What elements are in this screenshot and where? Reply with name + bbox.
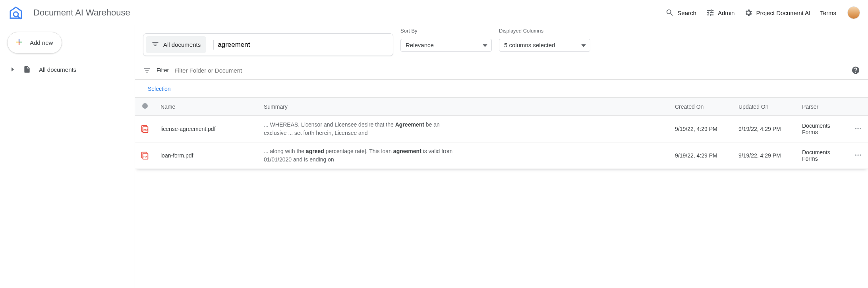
svg-text:PDF: PDF [143,129,148,131]
tab-bar: Selection [135,80,868,97]
app-logo-icon [8,5,24,21]
tune-icon [706,8,715,17]
search-icon [665,8,674,17]
filter-label: Filter [157,67,169,73]
plus-icon [14,37,24,48]
column-header-name[interactable]: Name [155,98,258,116]
sidebar: Add new All documents [0,25,135,288]
displayed-columns-label: Displayed Columns [499,28,543,34]
row-name: license-agreement.pdf [160,126,216,132]
filter-input[interactable] [174,67,846,74]
filter-bar: Filter [135,61,868,80]
sort-by-dropdown[interactable]: Relevance [400,39,492,52]
search-nav-button[interactable]: Search [661,5,701,20]
add-new-label: Add new [30,39,53,46]
row-parser: Documents Forms [796,142,848,169]
chevron-right-icon [10,67,15,71]
sidebar-all-documents-label: All documents [39,66,76,73]
terms-nav-label: Terms [820,10,836,16]
displayed-columns-value: 5 columns selected [504,42,555,48]
document-icon [23,65,31,73]
row-updated: 9/19/22, 4:29 PM [733,142,796,169]
svg-point-4 [855,128,856,129]
project-nav-button[interactable]: Project Document AI [739,5,815,20]
search-input[interactable] [213,40,389,50]
table-row[interactable]: PDF license-agreement.pdf ... WHEREAS, L… [135,116,868,142]
row-created: 9/19/22, 4:29 PM [669,142,733,169]
search-bar[interactable]: All documents [143,33,393,56]
column-header-updated[interactable]: Updated On [733,98,796,116]
pdf-icon: PDF [141,151,149,159]
column-header-created[interactable]: Created On [669,98,733,116]
filter-list-icon [151,40,159,49]
row-name: loan-form.pdf [160,152,193,159]
row-created: 9/19/22, 4:29 PM [669,116,733,142]
terms-nav-button[interactable]: Terms [815,6,841,19]
filter-icon [143,66,151,74]
project-nav-label: Project Document AI [756,10,810,16]
row-updated: 9/19/22, 4:29 PM [733,116,796,142]
sort-by-label: Sort By [400,28,418,34]
row-summary: ... WHEREAS, Licensor and Licensee desir… [264,121,454,137]
svg-text:PDF: PDF [143,155,148,157]
add-new-button[interactable]: Add new [7,32,62,54]
search-nav-label: Search [677,10,696,16]
table-row[interactable]: PDF loan-form.pdf ... along with the agr… [135,142,868,169]
results-table: Name Summary Created On Updated On Parse… [135,97,868,288]
caret-down-icon [581,42,586,50]
pdf-icon: PDF [141,124,149,133]
admin-nav-label: Admin [718,10,735,16]
row-more-button[interactable] [848,116,868,142]
row-parser: Documents Forms [796,116,848,142]
search-scope-label: All documents [163,41,201,48]
row-summary: ... along with the agreed percentage rat… [264,147,454,164]
admin-nav-button[interactable]: Admin [701,5,740,20]
column-header-parser[interactable]: Parser [796,98,848,116]
column-header-actions [848,98,868,116]
row-more-button[interactable] [848,142,868,169]
gear-icon [744,8,753,17]
svg-point-5 [857,128,858,129]
caret-down-icon [483,42,487,50]
column-header-summary[interactable]: Summary [258,98,669,116]
svg-point-12 [860,154,861,156]
displayed-columns-dropdown[interactable]: 5 columns selected [499,39,590,52]
svg-point-10 [855,154,856,156]
svg-point-6 [860,128,861,129]
search-scope-chip[interactable]: All documents [146,36,206,53]
avatar[interactable] [847,6,860,19]
svg-point-11 [857,154,858,156]
app-title: Document AI Warehouse [33,8,130,18]
select-all-header[interactable] [135,98,155,116]
help-icon[interactable] [851,66,860,75]
tab-selection[interactable]: Selection [148,86,171,92]
app-header: Document AI Warehouse Search Admin Proje… [0,0,868,25]
sidebar-item-all-documents[interactable]: All documents [5,61,130,77]
sort-by-value: Relevance [406,42,434,48]
main-content: All documents Sort By Relevance Displaye… [135,25,868,288]
